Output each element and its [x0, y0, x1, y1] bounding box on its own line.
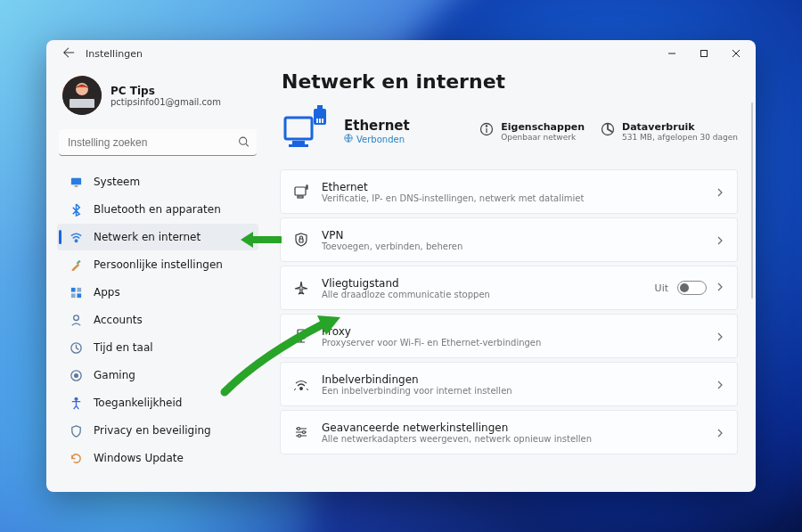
svg-rect-25	[289, 144, 308, 147]
card-title: Inbelverbindingen	[322, 373, 703, 386]
chip-sub: 531 MB, afgelopen 30 dagen	[622, 133, 738, 142]
svg-point-8	[240, 137, 247, 144]
sidebar-item-label: Netwerk en internet	[94, 231, 200, 243]
hero-status: Verbonden	[356, 135, 405, 144]
svg-rect-36	[295, 187, 306, 195]
svg-rect-14	[71, 287, 76, 291]
brush-icon	[70, 258, 83, 272]
wifi-icon	[70, 231, 83, 244]
page-title: Netwerk en internet	[282, 70, 738, 93]
chip-title: Dataverbruik	[622, 121, 738, 133]
sidebar-item-personalization[interactable]: Persoonlijke instellingen	[57, 251, 258, 278]
chevron-right-icon	[716, 328, 724, 345]
svg-rect-16	[71, 293, 76, 298]
svg-rect-17	[77, 293, 81, 298]
svg-point-34	[487, 125, 487, 126]
proxy-icon	[293, 328, 309, 344]
svg-point-18	[74, 315, 79, 320]
gaming-icon	[70, 369, 83, 382]
minimize-button[interactable]	[656, 40, 688, 67]
nav-list: Systeem Bluetooth en apparaten Netwerk e…	[57, 168, 258, 471]
svg-rect-39	[299, 239, 303, 242]
card-title: Vliegtuigstand	[322, 277, 642, 290]
airplane-toggle[interactable]	[677, 281, 707, 295]
card-title: Geavanceerde netwerkinstellingen	[322, 422, 703, 434]
sidebar-item-network[interactable]: Netwerk en internet	[57, 224, 258, 250]
search-input[interactable]	[59, 129, 257, 156]
card-vpn[interactable]: VPN Toevoegen, verbinden, beheren	[280, 217, 738, 262]
main-panel: Netwerk en internet Ethernet Ve	[269, 67, 756, 492]
sidebar-item-label: Systeem	[94, 176, 140, 188]
card-sub: Toevoegen, verbinden, beheren	[322, 241, 703, 251]
window-controls	[656, 40, 752, 67]
bluetooth-icon	[70, 203, 83, 217]
card-sub: Proxyserver voor Wi-Fi- en Ethernet-verb…	[322, 338, 703, 348]
card-sub: Verificatie, IP- en DNS-instellingen, ne…	[322, 193, 703, 203]
search-icon	[238, 135, 250, 151]
chip-data-usage[interactable]: Dataverbruik 531 MB, afgelopen 30 dagen	[601, 121, 738, 142]
chip-title: Eigenschappen	[501, 121, 585, 133]
svg-point-42	[298, 428, 300, 430]
card-sub: Alle draadloze communicatie stoppen	[322, 290, 642, 299]
svg-point-22	[75, 397, 78, 400]
card-proxy[interactable]: Proxy Proxyserver voor Wi-Fi- en Etherne…	[280, 314, 738, 358]
card-title: Proxy	[322, 325, 703, 338]
sidebar-item-bluetooth[interactable]: Bluetooth en apparaten	[57, 196, 258, 223]
sidebar-item-accessibility[interactable]: Toegankelijkheid	[57, 389, 258, 416]
sidebar-item-apps[interactable]: Apps	[57, 279, 258, 306]
sidebar-item-label: Apps	[94, 286, 120, 299]
svg-rect-29	[319, 119, 321, 123]
back-button[interactable]	[62, 46, 75, 61]
svg-rect-40	[298, 330, 305, 339]
card-dialup[interactable]: Inbelverbindingen Een inbelverbinding vo…	[280, 362, 738, 406]
sidebar-item-label: Windows Update	[94, 452, 184, 464]
app-title: Instellingen	[86, 48, 143, 60]
shield-icon	[70, 424, 83, 438]
svg-line-9	[246, 143, 249, 146]
sidebar: PC Tips pctipsinfo01@gmail.com Systeem B…	[46, 67, 269, 492]
scrollbar[interactable]	[751, 102, 753, 299]
svg-rect-23	[285, 118, 312, 139]
chevron-right-icon	[716, 376, 724, 393]
card-advanced-network[interactable]: Geavanceerde netwerkinstellingen Alle ne…	[280, 410, 738, 454]
svg-point-44	[299, 435, 301, 438]
globe-icon	[344, 134, 353, 144]
sidebar-item-label: Accounts	[94, 314, 143, 326]
card-ethernet[interactable]: Ethernet Verificatie, IP- en DNS-instell…	[280, 169, 738, 214]
close-button[interactable]	[720, 40, 752, 67]
chevron-right-icon	[716, 184, 724, 201]
accounts-icon	[70, 314, 83, 327]
svg-rect-30	[322, 119, 323, 123]
svg-rect-15	[77, 287, 81, 291]
maximize-button[interactable]	[688, 40, 720, 67]
sidebar-item-gaming[interactable]: Gaming	[57, 362, 258, 389]
svg-point-12	[75, 240, 77, 241]
sidebar-item-accounts[interactable]: Accounts	[57, 307, 258, 333]
svg-rect-28	[316, 119, 318, 123]
sidebar-item-time-language[interactable]: Tijd en taal	[57, 334, 258, 361]
search-box[interactable]	[59, 129, 257, 156]
svg-rect-13	[77, 259, 81, 264]
chevron-right-icon	[716, 232, 724, 249]
sidebar-item-windows-update[interactable]: Windows Update	[57, 445, 258, 471]
svg-rect-27	[317, 105, 323, 110]
sidebar-item-label: Gaming	[94, 369, 135, 381]
avatar	[62, 76, 102, 115]
card-airplane-mode[interactable]: Vliegtuigstand Alle draadloze communicat…	[280, 266, 738, 310]
sidebar-item-label: Privacy en beveiliging	[94, 424, 211, 437]
chip-properties[interactable]: Eigenschappen Openbaar netwerk	[479, 121, 585, 142]
sidebar-item-label: Toegankelijkheid	[94, 397, 182, 409]
svg-rect-1	[701, 51, 708, 57]
svg-rect-10	[71, 177, 81, 184]
svg-point-43	[303, 431, 306, 434]
update-icon	[70, 452, 83, 465]
network-hero: Ethernet Verbonden Eigenschappen Openbaa…	[280, 105, 738, 157]
ethernet-icon	[293, 184, 309, 200]
sidebar-item-privacy[interactable]: Privacy en beveiliging	[57, 417, 258, 444]
profile-name: PC Tips	[110, 85, 221, 97]
sidebar-item-system[interactable]: Systeem	[57, 168, 258, 195]
card-title: VPN	[322, 229, 703, 241]
dialup-icon	[293, 376, 309, 392]
vpn-shield-icon	[293, 232, 309, 248]
profile[interactable]: PC Tips pctipsinfo01@gmail.com	[57, 72, 258, 124]
